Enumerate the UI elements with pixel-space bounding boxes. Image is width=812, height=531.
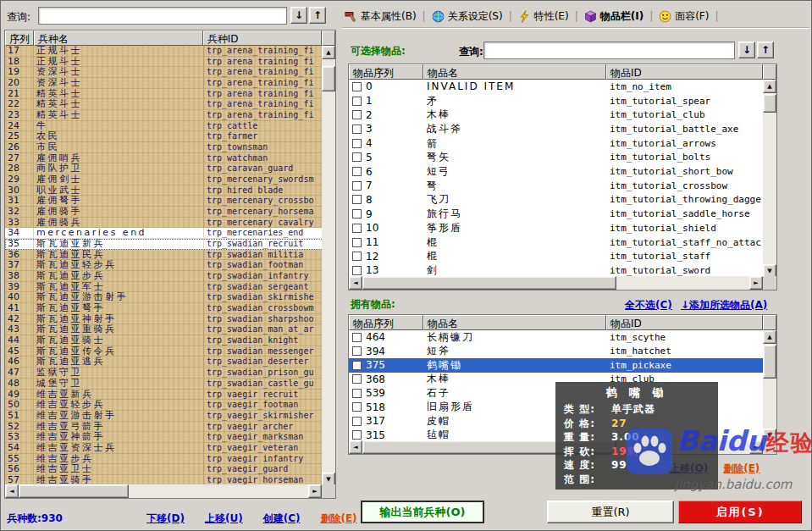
troop-row[interactable]: 28商队护卫trp_caravan_guard [5, 163, 323, 174]
item-checkbox-icon[interactable] [352, 333, 362, 342]
col-header-id[interactable]: 兵种ID [203, 30, 322, 46]
item-checkbox-icon[interactable] [352, 110, 362, 119]
scroll-right-icon[interactable]: ► [749, 440, 763, 454]
troop-row[interactable]: 47监狱守卫trp_swadian_prison_gu [5, 368, 323, 379]
col-header-item-name[interactable]: 物品名 [423, 315, 606, 330]
item-row[interactable]: 7弩itm_tutorial_crossbow [349, 179, 763, 193]
export-current-troop-button[interactable]: 输出当前兵种(O) [361, 501, 484, 523]
troop-row[interactable]: 45斯瓦迪亚传令兵trp_swadian_messenger [5, 346, 323, 357]
item-row[interactable]: 12棍itm_tutorial_staff [349, 249, 763, 263]
item-search-up-button[interactable]: ↑ [757, 41, 774, 58]
item-row[interactable]: 6短弓itm_tutorial_short_bow [349, 164, 763, 179]
troop-action-link-创建(C)[interactable]: 创建(C) [263, 512, 301, 526]
apply-button[interactable]: 启用(S) [678, 501, 802, 523]
item-search-input[interactable] [483, 41, 735, 59]
troop-search-input[interactable] [38, 7, 287, 25]
troop-row[interactable]: 18正规斗士trp_arena_training_fi [5, 57, 323, 68]
troop-row[interactable]: 29雇佣剑士trp_mercenary_swordsm [5, 174, 323, 185]
tab-relations[interactable]: 关系设定(S) [432, 9, 503, 24]
troop-action-link-下移(D)[interactable]: 下移(D) [146, 512, 185, 526]
troop-vscroll-thumb[interactable] [322, 66, 335, 91]
item-row[interactable]: 10筝形盾itm_tutorial_shield [349, 221, 763, 235]
tab-face[interactable]: 面容(F) [659, 9, 709, 24]
troop-hscroll-thumb[interactable] [19, 484, 129, 498]
available-hscrollbar[interactable]: ◄ ► [349, 276, 763, 290]
troop-row[interactable]: 48城堡守卫trp_swadian_castle_gu [5, 379, 323, 390]
troop-row[interactable]: 25农民trp_farmer [5, 131, 323, 142]
item-row[interactable]: 0INVALID ITEMitm_no_item [349, 80, 763, 94]
item-checkbox-icon[interactable] [352, 389, 362, 398]
troop-row[interactable]: 51维吉亚游击射手trp_vaegir_skirmisher [5, 411, 323, 422]
troop-row[interactable]: 30职业武士trp_hired_blade [5, 185, 323, 196]
available-vscrollbar[interactable]: ▲ ▼ [763, 80, 776, 278]
item-row[interactable]: 464长柄镰刀itm_scythe [349, 330, 763, 345]
troop-row[interactable]: 44斯瓦迪亚骑士trp_swadian_knight [5, 335, 323, 346]
item-checkbox-icon[interactable] [352, 181, 362, 191]
col-header-item-index[interactable]: 物品序列 [349, 64, 423, 80]
troop-row[interactable]: 50维吉亚轻步兵trp_vaegir_footman [5, 400, 323, 411]
troop-row[interactable]: 38斯瓦迪亚步兵trp_swadian_infantry [5, 271, 323, 282]
item-checkbox-icon[interactable] [352, 417, 362, 426]
item-row[interactable]: 8飞刀itm_tutorial_throwing_daggers [349, 193, 763, 207]
troop-search-down-button[interactable]: ↓ [290, 7, 307, 24]
item-checkbox-icon[interactable] [352, 124, 362, 134]
troop-row[interactable]: 56维吉亚卫士trp_vaegir_guard [5, 464, 323, 475]
troop-row[interactable]: 21精英斗士trp_arena_training_fi [5, 89, 323, 100]
troop-vscrollbar[interactable]: ▲ ▼ [322, 46, 335, 486]
item-checkbox-icon[interactable] [352, 97, 362, 106]
troop-row[interactable]: 33雇佣骑兵trp_mercenary_cavalry [5, 218, 323, 229]
scroll-up-icon[interactable]: ▲ [763, 80, 776, 93]
scroll-left-icon[interactable]: ◄ [349, 276, 362, 290]
item-checkbox-icon[interactable] [352, 430, 362, 440]
item-checkbox-icon[interactable] [352, 266, 362, 275]
item-row[interactable]: 2木棒itm_tutorial_club [349, 108, 763, 122]
scroll-left-icon[interactable]: ◄ [349, 440, 362, 454]
item-checkbox-icon[interactable] [352, 82, 362, 91]
scroll-right-icon[interactable]: ► [749, 276, 763, 290]
troop-row[interactable]: 19资深斗士trp_arena_training_fi [5, 67, 323, 78]
troop-row[interactable]: 32雇佣骑手trp_mercenary_horsema [5, 207, 323, 218]
deselect-all-link[interactable]: 全不选(C) [625, 298, 672, 313]
item-row[interactable]: 3战斗斧itm_tutorial_battle_axe [349, 122, 763, 136]
item-row[interactable]: 9旅行马itm_tutorial_saddle_horse [349, 207, 763, 221]
troop-hscrollbar[interactable]: ◄ ► [5, 484, 322, 498]
item-checkbox-icon[interactable] [352, 224, 362, 233]
owned-vscrollbar[interactable]: ▲ ▼ [763, 330, 776, 442]
col-header-item-id[interactable]: 物品ID [606, 64, 763, 80]
troop-row[interactable]: 52维吉亚弓箭手trp_vaegir_archer [5, 422, 323, 433]
troop-row[interactable]: 54维吉亚资深士兵trp_vaegir_veteran [5, 443, 323, 454]
col-header-item-name[interactable]: 物品名 [423, 64, 606, 80]
item-row[interactable]: 11棍itm_tutorial_staff_no_attack [349, 235, 763, 250]
scroll-left-icon[interactable]: ◄ [5, 484, 19, 498]
scroll-up-icon[interactable]: ▲ [322, 46, 335, 59]
tab-traits[interactable]: 特性(E) [518, 9, 569, 24]
troop-row[interactable]: 36斯瓦迪亚民兵trp_swadian_militia [5, 250, 323, 261]
troop-row[interactable]: 31雇佣弩手trp_mercenary_crossbo [5, 196, 323, 207]
item-row[interactable]: 375鹤嘴锄itm_pickaxe [349, 358, 763, 373]
troop-row[interactable]: 17正规斗士trp_arena_training_fi [5, 46, 323, 57]
tab-basic-attributes[interactable]: 基本属性(B) [345, 9, 417, 24]
col-header-name[interactable]: 兵种名 [34, 30, 203, 46]
item-checkbox-icon[interactable] [352, 402, 362, 412]
troop-row[interactable]: 49维吉亚新兵trp_vaegir_recruit [5, 390, 323, 401]
item-checkbox-icon[interactable] [352, 238, 362, 247]
item-search-down-button[interactable]: ↓ [738, 41, 755, 58]
troop-row[interactable]: 46斯瓦迪亚逃兵trp_swadian_deserter [5, 357, 323, 368]
troop-row[interactable]: 37斯瓦迪亚轻步兵trp_swadian_footman [5, 260, 323, 271]
item-row[interactable]: 5弩矢itm_tutorial_bolts [349, 151, 763, 165]
col-header-index[interactable]: 序列 [5, 30, 34, 46]
add-selected-items-link[interactable]: ↓添加所选物品(A) [681, 298, 767, 313]
troop-row[interactable]: 35斯瓦迪亚新兵trp_swadian_recruit [5, 239, 323, 250]
troop-row[interactable]: 26市民trp_townsman [5, 142, 323, 153]
item-row[interactable]: 4箭itm_tutorial_arrows [349, 136, 763, 151]
owned-action-link-删除(E)[interactable]: 删除(E) [723, 462, 760, 476]
troop-row[interactable]: 23精英斗士trp_arena_training_fi [5, 110, 323, 121]
item-checkbox-icon[interactable] [352, 195, 362, 204]
owned-vscroll-thumb[interactable] [763, 345, 776, 379]
item-checkbox-icon[interactable] [352, 252, 362, 261]
item-checkbox-icon[interactable] [352, 167, 362, 176]
scroll-right-icon[interactable]: ► [308, 484, 322, 498]
item-checkbox-icon[interactable] [352, 152, 362, 162]
troop-search-up-button[interactable]: ↑ [309, 7, 326, 24]
troop-row[interactable]: 24牛trp_cattle [5, 121, 323, 132]
